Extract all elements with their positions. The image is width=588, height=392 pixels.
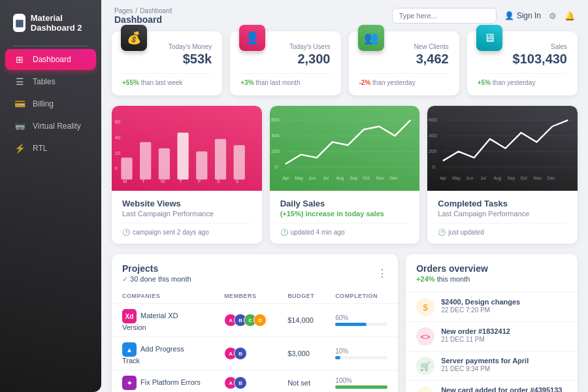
order-item: 💳 New card added for order #4395133 20 D… (406, 380, 578, 392)
notifications-button[interactable]: 🔔 (564, 11, 575, 21)
sidebar-label-2: Billing (33, 99, 54, 108)
main-content: 💰 Today's Money $53k +55% than last week… (101, 0, 588, 392)
svg-text:60: 60 (115, 119, 121, 125)
sidebar-icon-0: ⊞ (13, 54, 26, 65)
svg-text:Dec: Dec (389, 176, 398, 180)
daily-sales-body: Daily Sales (+15%) increase in today sal… (270, 191, 420, 244)
orders-list: $ $2400, Design changes 22 DEC 7:20 PM <… (406, 292, 578, 392)
svg-text:0: 0 (115, 165, 118, 171)
completed-tasks-body: Completed Tasks Last Campaign Performanc… (427, 191, 578, 244)
col-completion: Completion (325, 289, 398, 304)
svg-text:40: 40 (115, 135, 121, 140)
brand-name: Material Dashboard 2 (31, 13, 88, 33)
svg-text:Jun: Jun (466, 176, 474, 180)
svg-text:400: 400 (271, 133, 280, 139)
page-title: Dashboard (114, 14, 172, 25)
order-icon-2: 🛒 (416, 357, 434, 375)
sidebar-icon-1: ☰ (13, 76, 26, 87)
sidebar-item-rtl[interactable]: ⚡RTL (5, 138, 96, 159)
brand-icon: ▦ (13, 14, 25, 32)
svg-text:Nov: Nov (376, 176, 384, 180)
svg-rect-5 (215, 139, 226, 180)
members-2: AB (214, 370, 277, 393)
order-date-1: 21 DEC 11 PM (441, 336, 567, 343)
breadcrumb-nav: Pages / Dashboard (114, 7, 172, 14)
stat-value-1: 2,300 (240, 52, 330, 67)
clock-icon2: 🕐 (280, 229, 288, 236)
order-name-3: New card added for order #4395133 (441, 386, 567, 392)
sidebar-icon-2: 💳 (13, 99, 26, 109)
sidebar-item-billing[interactable]: 💳Billing (5, 93, 96, 114)
sidebar-icon-4: ⚡ (13, 143, 26, 154)
orders-growth: +24% this month (416, 275, 567, 283)
svg-text:20: 20 (115, 150, 121, 156)
svg-text:Jul: Jul (323, 176, 329, 180)
budget-2: Not set (277, 370, 325, 393)
company-icon-0: Xd (122, 309, 137, 323)
settings-button[interactable]: ⚙ (549, 11, 557, 21)
svg-text:Sep: Sep (508, 176, 515, 181)
svg-text:400: 400 (429, 133, 437, 139)
sidebar-item-dashboard[interactable]: ⊞Dashboard (5, 49, 96, 70)
svg-text:Sep: Sep (350, 176, 357, 181)
completed-tasks-card: 600 400 200 0 Apr May Jun Jul Aug Sep Oc… (427, 106, 578, 244)
stat-change-2: -2% (359, 79, 371, 86)
website-views-body: Website Views Last Campaign Performance … (112, 191, 262, 244)
svg-rect-6 (234, 145, 245, 180)
stat-card-1: 👤 Today's Users 2,300 +3% than last mont… (230, 31, 340, 95)
stat-change-1: +3% (240, 79, 253, 86)
stat-card-3: 🖥 Sales $103,430 +5% than yesterday (467, 31, 578, 95)
sidebar-item-tables[interactable]: ☰Tables (5, 71, 96, 92)
sidebar-icon-3: 🥽 (13, 121, 26, 131)
website-views-card: 60 40 20 0 M T W T F S S Website Views L… (112, 106, 262, 244)
website-views-subtitle: Last Campaign Performance (122, 210, 252, 218)
completed-tasks-chart: 600 400 200 0 Apr May Jun Jul Aug Sep Oc… (427, 106, 578, 191)
completion-2: 100% (325, 370, 398, 393)
sidebar-label-4: RTL (33, 144, 47, 153)
order-item: 🛒 Server payments for April 21 DEC 9:34 … (406, 351, 578, 380)
order-icon-1: <> (416, 327, 434, 346)
sign-in-link[interactable]: 👤 Sign In (504, 11, 541, 20)
svg-text:Aug: Aug (494, 176, 502, 181)
order-date-2: 21 DEC 9:34 PM (441, 365, 567, 372)
website-views-title: Website Views (122, 199, 252, 208)
col-members: Members (214, 289, 277, 304)
topbar: Pages / Dashboard Dashboard 👤 Sign In ⚙ … (101, 0, 588, 31)
order-icon-3: 💳 (416, 386, 434, 392)
chart-cards: 60 40 20 0 M T W T F S S Website Views L… (112, 106, 578, 244)
completed-tasks-subtitle: Last Campaign Performance (438, 210, 567, 218)
stat-value-0: $53k (122, 52, 212, 67)
order-name-0: $2400, Design changes (441, 298, 567, 306)
table-row: XdMaterial XD VersionABCD$14,000 60% (112, 304, 398, 337)
company-icon-1: ▲ (122, 342, 137, 357)
search-input[interactable] (392, 8, 497, 24)
daily-sales-title: Daily Sales (280, 199, 410, 208)
order-icon-0: $ (416, 298, 434, 316)
sidebar: ▦ Material Dashboard 2 ⊞Dashboard☰Tables… (0, 0, 101, 392)
projects-title: Projects (122, 263, 191, 274)
sidebar-divider (13, 46, 88, 46)
stat-value-2: 3,462 (359, 52, 449, 67)
daily-sales-card: 600 400 200 0 Apr May Jun Jul Aug Sep Oc… (270, 106, 420, 244)
svg-text:Apr: Apr (440, 176, 447, 181)
svg-text:F: F (198, 178, 201, 184)
stat-value-3: $103,430 (478, 52, 567, 67)
more-options-icon[interactable]: ⋮ (377, 267, 387, 280)
projects-table: CompaniesMembersBudgetCompletion XdMater… (112, 289, 398, 392)
svg-text:Apr: Apr (282, 176, 289, 181)
daily-sales-subtitle: (+15%) increase in today sales (280, 210, 410, 218)
svg-text:S: S (217, 178, 220, 184)
svg-text:May: May (453, 176, 461, 181)
company-icon-2: ✦ (122, 376, 137, 390)
completed-tasks-title: Completed Tasks (438, 199, 567, 208)
svg-text:May: May (295, 176, 303, 181)
sidebar-item-virtual-reality[interactable]: 🥽Virtual Reality (5, 116, 96, 137)
order-name-1: New order #1832412 (441, 327, 567, 335)
website-views-chart: 60 40 20 0 M T W T F S S (112, 106, 262, 191)
company-1: ▲Add Progress Track (112, 337, 214, 370)
stat-change-3: +5% (478, 79, 491, 86)
order-item: <> New order #1832412 21 DEC 11 PM (406, 321, 578, 351)
svg-text:Nov: Nov (534, 176, 542, 180)
breadcrumb-sep: / (135, 7, 137, 14)
svg-text:Jun: Jun (308, 176, 316, 180)
